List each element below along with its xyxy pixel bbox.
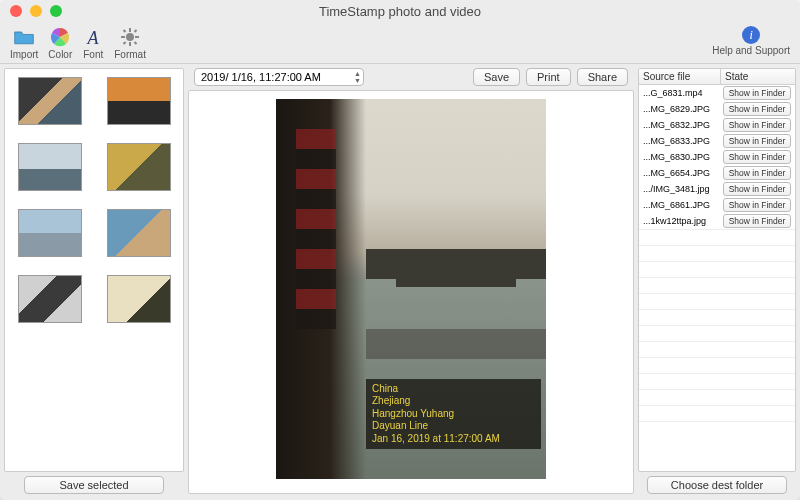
stamp-line: Jan 16, 2019 at 11:27:00 AM [372, 433, 535, 446]
table-row[interactable]: ...MG_6829.JPGShow in Finder [639, 101, 795, 117]
window-title: TimeStamp photo and video [8, 4, 792, 19]
table-header: Source file State [639, 69, 795, 85]
file-name-cell: ...MG_6833.JPG [639, 136, 721, 146]
svg-rect-7 [123, 29, 127, 33]
thumbnail-item[interactable] [107, 275, 171, 323]
preview-area: China Zhejiang Hangzhou Yuhang Dayuan Li… [188, 90, 634, 494]
svg-rect-10 [134, 41, 138, 45]
show-in-finder-button[interactable]: Show in Finder [723, 198, 791, 212]
svg-rect-5 [121, 36, 125, 38]
table-body[interactable]: ...G_6831.mp4Show in Finder ...MG_6829.J… [639, 85, 795, 471]
import-button[interactable]: Import [10, 26, 38, 60]
minimize-window-button[interactable] [30, 5, 42, 17]
table-row[interactable]: ...1kw12ttpa.jpgShow in Finder [639, 213, 795, 229]
file-name-cell: .../IMG_3481.jpg [639, 184, 721, 194]
file-name-cell: ...MG_6861.JPG [639, 200, 721, 210]
show-in-finder-button[interactable]: Show in Finder [723, 214, 791, 228]
table-row[interactable]: ...MG_6861.JPGShow in Finder [639, 197, 795, 213]
thumbnail-item[interactable] [18, 209, 82, 257]
svg-text:A: A [87, 28, 100, 47]
main-area: Save selected 2019/ 1/16, 11:27:00 AM ▲▼… [0, 64, 800, 500]
preview-toolbar: 2019/ 1/16, 11:27:00 AM ▲▼ Save Print Sh… [188, 68, 634, 86]
color-button[interactable]: Color [48, 26, 72, 60]
font-button[interactable]: A Font [82, 26, 104, 60]
thumbnail-item[interactable] [18, 77, 82, 125]
show-in-finder-button[interactable]: Show in Finder [723, 166, 791, 180]
svg-point-2 [126, 33, 134, 41]
file-name-cell: ...G_6831.mp4 [639, 88, 721, 98]
file-name-cell: ...MG_6830.JPG [639, 152, 721, 162]
thumbnail-item[interactable] [18, 143, 82, 191]
file-name-cell: ...MG_6832.JPG [639, 120, 721, 130]
thumbnail-panel: Save selected [4, 68, 184, 494]
format-button[interactable]: Format [114, 26, 146, 60]
help-button[interactable]: i Help and Support [712, 26, 790, 56]
share-button[interactable]: Share [577, 68, 628, 86]
datetime-value: 2019/ 1/16, 11:27:00 AM [201, 71, 321, 83]
color-wheel-icon [49, 26, 71, 48]
save-button[interactable]: Save [473, 68, 520, 86]
table-row[interactable]: ...MG_6832.JPGShow in Finder [639, 117, 795, 133]
timestamp-overlay: China Zhejiang Hangzhou Yuhang Dayuan Li… [366, 379, 541, 450]
svg-rect-9 [123, 41, 127, 45]
thumbnail-item[interactable] [107, 209, 171, 257]
thumbnail-grid[interactable] [4, 68, 184, 472]
show-in-finder-button[interactable]: Show in Finder [723, 134, 791, 148]
stamp-line: China [372, 383, 535, 396]
thumbnail-item[interactable] [107, 143, 171, 191]
column-header-state[interactable]: State [721, 69, 795, 84]
thumbnail-item[interactable] [18, 275, 82, 323]
folder-import-icon [13, 26, 35, 48]
info-icon: i [742, 26, 760, 44]
thumbnail-item[interactable] [107, 77, 171, 125]
zoom-window-button[interactable] [50, 5, 62, 17]
table-row[interactable]: ...MG_6654.JPGShow in Finder [639, 165, 795, 181]
empty-rows [639, 229, 795, 437]
show-in-finder-button[interactable]: Show in Finder [723, 150, 791, 164]
traffic-lights [10, 5, 62, 17]
font-icon: A [82, 26, 104, 48]
choose-dest-folder-button[interactable]: Choose dest folder [647, 476, 787, 494]
table-row[interactable]: ...MG_6833.JPGShow in Finder [639, 133, 795, 149]
show-in-finder-button[interactable]: Show in Finder [723, 86, 791, 100]
close-window-button[interactable] [10, 5, 22, 17]
save-selected-button[interactable]: Save selected [24, 476, 164, 494]
preview-panel: 2019/ 1/16, 11:27:00 AM ▲▼ Save Print Sh… [188, 68, 634, 494]
svg-rect-3 [129, 28, 131, 32]
help-label: Help and Support [712, 45, 790, 56]
photo-preview[interactable]: China Zhejiang Hangzhou Yuhang Dayuan Li… [276, 99, 546, 479]
show-in-finder-button[interactable]: Show in Finder [723, 182, 791, 196]
file-table: Source file State ...G_6831.mp4Show in F… [638, 68, 796, 472]
titlebar: TimeStamp photo and video [0, 0, 800, 22]
svg-rect-8 [134, 29, 138, 33]
stepper-arrows-icon[interactable]: ▲▼ [354, 70, 361, 84]
font-label: Font [83, 49, 103, 60]
toolbar-left: Import Color A Font Format [10, 26, 146, 60]
file-name-cell: ...MG_6654.JPG [639, 168, 721, 178]
svg-rect-6 [135, 36, 139, 38]
import-label: Import [10, 49, 38, 60]
print-button[interactable]: Print [526, 68, 571, 86]
stamp-line: Zhejiang [372, 395, 535, 408]
gear-icon [119, 26, 141, 48]
stamp-line: Dayuan Line [372, 420, 535, 433]
color-label: Color [48, 49, 72, 60]
app-window: TimeStamp photo and video Import Color A… [0, 0, 800, 500]
show-in-finder-button[interactable]: Show in Finder [723, 102, 791, 116]
file-list-panel: Source file State ...G_6831.mp4Show in F… [638, 68, 796, 494]
datetime-stepper[interactable]: 2019/ 1/16, 11:27:00 AM ▲▼ [194, 68, 364, 86]
svg-rect-4 [129, 42, 131, 46]
stamp-line: Hangzhou Yuhang [372, 408, 535, 421]
table-row[interactable]: .../IMG_3481.jpgShow in Finder [639, 181, 795, 197]
table-row[interactable]: ...MG_6830.JPGShow in Finder [639, 149, 795, 165]
file-name-cell: ...1kw12ttpa.jpg [639, 216, 721, 226]
show-in-finder-button[interactable]: Show in Finder [723, 118, 791, 132]
format-label: Format [114, 49, 146, 60]
toolbar: Import Color A Font Format [0, 22, 800, 64]
column-header-source[interactable]: Source file [639, 69, 721, 84]
file-name-cell: ...MG_6829.JPG [639, 104, 721, 114]
table-row[interactable]: ...G_6831.mp4Show in Finder [639, 85, 795, 101]
